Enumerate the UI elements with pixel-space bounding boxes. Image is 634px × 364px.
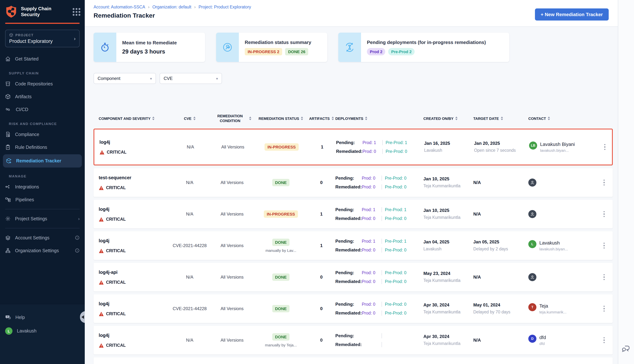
status-note: manually by Teja... — [265, 343, 297, 347]
created-date: Apr 30, 2024 — [423, 334, 470, 339]
hourglass-cycle-icon — [344, 42, 355, 53]
cve-filter-dropdown[interactable]: CVE ▾ — [160, 73, 222, 84]
component-filter-dropdown[interactable]: Component ▾ — [94, 73, 156, 84]
remediated-preprod-value[interactable]: Pre-Prod: 0 — [385, 279, 407, 284]
done-count-badge[interactable]: DONE 26 — [285, 48, 308, 55]
sidebar-item-rule-definitions[interactable]: Rule Definitions — [0, 141, 85, 154]
sidebar-item-label: Help — [16, 315, 25, 320]
pending-preprod-value[interactable]: Pre-Prod: 0 — [385, 270, 407, 275]
breadcrumb-project[interactable]: Project: Product Exploratory — [198, 5, 251, 9]
table-row[interactable]: log4j CRITICAL CVE-2021-44228 All Versio… — [94, 294, 613, 323]
sort-icon[interactable] — [152, 116, 155, 120]
deployments-cell: Pending: Prod: 0 Pre-Prod: 0 Remediated:… — [335, 270, 421, 284]
critical-severity-icon — [99, 185, 104, 190]
pending-preprod-value[interactable]: Pre-Prod: 0 — [385, 176, 407, 180]
app-grid-icon[interactable] — [73, 8, 80, 16]
breadcrumb-organization[interactable]: Organization: default — [152, 5, 191, 9]
sidebar-item-remediation-tracker[interactable]: Remediation Tracker — [3, 154, 82, 168]
remediated-preprod-value[interactable]: Pre-Prod: 0 — [385, 185, 407, 189]
support-chat-icon[interactable] — [621, 344, 630, 353]
row-menu-kebab-icon[interactable] — [603, 337, 605, 343]
row-menu-kebab-icon[interactable] — [603, 180, 605, 186]
sort-icon[interactable] — [365, 116, 367, 120]
table-row[interactable]: log4j CRITICAL N/A All Versions DONE man… — [94, 326, 613, 354]
table-row[interactable]: log4j CRITICAL N/A All Versions IN-PROGR… — [94, 129, 613, 165]
row-menu-kebab-icon[interactable] — [603, 243, 605, 249]
preprod-count-badge[interactable]: Pre-Prod 2 — [388, 48, 414, 55]
pending-preprod-value[interactable]: Pre-Prod: 0 — [385, 302, 407, 306]
remediated-preprod-value[interactable]: Pre-Prod: 0 — [385, 311, 407, 315]
in-progress-count-badge[interactable]: IN-PROGRESS 2 — [245, 48, 282, 55]
artifacts-cell: 0 — [310, 306, 333, 311]
sort-icon[interactable] — [455, 116, 458, 120]
remediated-prod-value[interactable]: Prod: 0 — [362, 279, 379, 284]
sidebar-item-help[interactable]: ? Help — [0, 311, 85, 324]
sidebar-item-organization-settings[interactable]: Organization Settings — [0, 244, 85, 257]
sidebar-item-account-settings[interactable]: Account Settings — [0, 231, 85, 244]
table-row[interactable]: log4j CRITICAL CVE-2021-44228 All Versio… — [94, 231, 613, 260]
sidebar-item-cicd[interactable]: CI/CD — [0, 103, 85, 116]
pending-preprod-value[interactable]: Pre-Prod: 1 — [386, 140, 407, 145]
sidebar-item-compliance[interactable]: Compliance — [0, 128, 85, 141]
component-cell: log4j-api CRITICAL — [99, 270, 167, 285]
scrollbar-gutter[interactable] — [618, 0, 634, 364]
new-remediation-tracker-button[interactable]: + New Remediation Tracker — [535, 8, 609, 20]
code-repositories-icon — [5, 81, 11, 86]
sort-icon[interactable] — [501, 116, 503, 120]
pending-prod-value[interactable]: Prod: 1 — [362, 208, 379, 212]
remediated-preprod-value[interactable]: Pre-Prod: 0 — [385, 248, 407, 252]
row-menu-kebab-icon[interactable] — [603, 274, 605, 280]
remediated-prod-value[interactable]: Prod: 0 — [363, 149, 379, 154]
prod-count-badge[interactable]: Prod 2 — [367, 48, 385, 55]
sidebar-user[interactable]: L Lavakush — [0, 324, 85, 338]
pending-prod-value[interactable]: Prod: 0 — [362, 176, 379, 180]
remediated-prod-value[interactable]: Prod: 0 — [362, 216, 379, 221]
sidebar-item-label: Remediation Tracker — [16, 158, 61, 164]
pending-preprod-value[interactable]: Pre-Prod: 1 — [385, 239, 407, 244]
row-menu-kebab-icon[interactable] — [603, 306, 605, 312]
sort-icon[interactable] — [548, 116, 550, 120]
pending-prod-value[interactable]: Prod: 1 — [363, 140, 379, 145]
divider — [382, 149, 383, 154]
target-date: N/A — [473, 180, 525, 185]
divider — [382, 176, 382, 181]
artifacts-cell: 0 — [310, 338, 333, 343]
row-menu-kebab-icon[interactable] — [604, 144, 605, 150]
project-selector[interactable]: PROJECT Product Exploratory › — [5, 30, 80, 47]
sidebar-item-code-repositories[interactable]: Code Repositories — [0, 77, 85, 90]
sort-icon[interactable] — [193, 116, 196, 120]
section-label-risk-compliance: RISK AND COMPLIANCE — [0, 116, 85, 128]
breadcrumb-account[interactable]: Account: Automation-SSCA — [94, 5, 145, 9]
critical-severity-icon — [99, 280, 104, 285]
remediated-preprod-value[interactable]: Pre-Prod: 0 — [386, 149, 407, 154]
column-header: DEPLOYMENTS — [335, 116, 363, 121]
sidebar-item-label: Rule Definitions — [15, 144, 47, 150]
remediated-prod-value[interactable]: Prod: 0 — [362, 311, 379, 315]
row-menu-kebab-icon[interactable] — [603, 211, 605, 217]
remediated-prod-value[interactable]: Prod: 0 — [362, 248, 379, 252]
table-row[interactable]: log4j CRITICAL N/A All Versions IN-PROGR… — [94, 200, 613, 228]
table-row[interactable]: test-sequencer CRITICAL N/A All Versions… — [94, 168, 613, 197]
table-row[interactable]: log4j Pending: Remediated: — [94, 358, 613, 364]
sidebar-item-project-settings[interactable]: Project Settings › — [0, 212, 85, 225]
pending-prod-value[interactable]: Prod: 1 — [362, 239, 379, 244]
pending-prod-value[interactable]: Prod: 0 — [362, 270, 379, 275]
remediated-prod-value[interactable]: Prod: 0 — [362, 185, 379, 189]
sort-icon[interactable] — [332, 116, 334, 120]
sidebar-item-get-started[interactable]: Get Started — [0, 52, 85, 65]
sidebar-item-pipelines[interactable]: Pipelines — [0, 193, 85, 206]
sort-icon[interactable] — [301, 116, 303, 120]
sort-icon[interactable] — [249, 116, 251, 120]
pending-prod-value[interactable]: Prod: 0 — [362, 302, 379, 306]
remediated-preprod-value[interactable]: Pre-Prod: 0 — [385, 216, 407, 221]
target-note: Delayed by 70 days — [473, 309, 525, 315]
wrench-icon — [222, 42, 233, 53]
pending-preprod-value[interactable]: Pre-Prod: 1 — [385, 208, 407, 212]
column-header: TARGET DATE — [473, 116, 499, 121]
cve-cell: N/A — [169, 274, 210, 280]
sidebar-item-integrations[interactable]: Integrations — [0, 180, 85, 193]
sidebar-item-artifacts[interactable]: Artifacts — [0, 90, 85, 103]
component-name: log4j — [99, 238, 167, 243]
contact-email: lavakush.biyan... — [539, 247, 568, 251]
table-row[interactable]: log4j-api CRITICAL N/A All Versions DONE… — [94, 263, 613, 292]
